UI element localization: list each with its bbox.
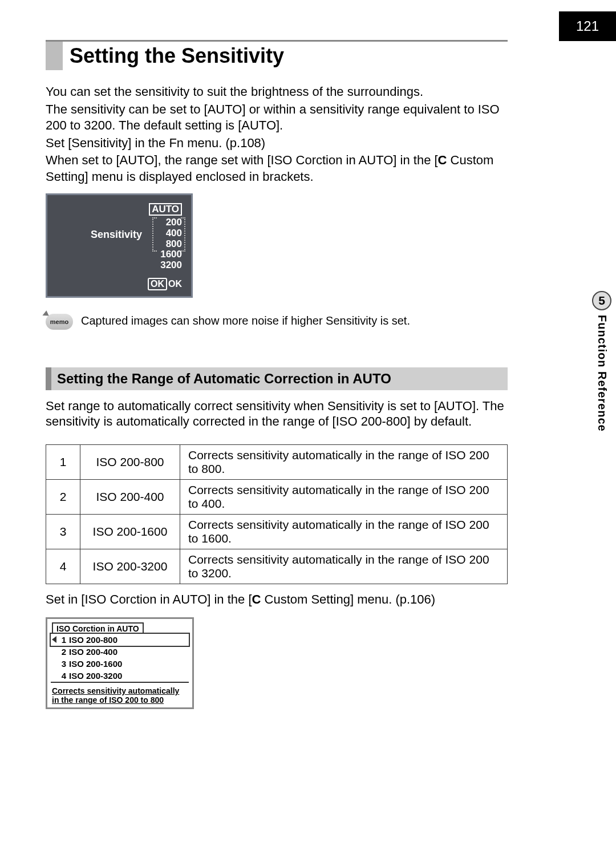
intro-line-4: When set to [AUTO], the range set with [… bbox=[46, 152, 508, 185]
row-desc: Corrects sensitivity automatically in th… bbox=[180, 514, 508, 549]
table-row: 3 ISO 200-1600 Corrects sensitivity auto… bbox=[46, 514, 508, 549]
iso-200: 200 bbox=[153, 217, 182, 228]
memo-row: memo Captured images can show more noise… bbox=[46, 313, 508, 330]
iso-list: AUTO 200 400 800 1600 3200 bbox=[149, 203, 182, 271]
page-number: 121 bbox=[559, 11, 616, 41]
title-accent bbox=[46, 42, 63, 70]
footer-paragraph: Set in [ISO Corction in AUTO] in the [C … bbox=[46, 592, 508, 607]
menu-label: ISO 200-3200 bbox=[69, 671, 122, 681]
page-title: Setting the Sensitivity bbox=[63, 42, 284, 70]
table-row: 1 ISO 200-800 Corrects sensitivity autom… bbox=[46, 444, 508, 479]
row-range: ISO 200-1600 bbox=[80, 514, 180, 549]
menu-items: 1 ISO 200-800 2 ISO 200-400 3 ISO 200-16… bbox=[51, 633, 189, 683]
menu-idx: 4 bbox=[59, 671, 69, 681]
sub-paragraph: Set range to automatically correct sensi… bbox=[46, 398, 508, 430]
menu-description: Corrects sensitivity automatically in th… bbox=[47, 683, 192, 708]
memo-icon: memo bbox=[46, 314, 73, 330]
ok-box-icon: OK bbox=[148, 278, 167, 290]
arrow-left-icon bbox=[52, 636, 56, 643]
intro-line-3: Set [Sensitivity] in the Fn menu. (p.108… bbox=[46, 135, 508, 152]
iso-bracket: 200 400 800 bbox=[153, 217, 182, 249]
sub-heading: Setting the Range of Automatic Correctio… bbox=[46, 367, 508, 390]
foot-c: Custom Setting] menu. (p.106) bbox=[261, 592, 435, 606]
page-title-bar: Setting the Sensitivity bbox=[46, 40, 508, 70]
menu-idx: 1 bbox=[59, 635, 69, 645]
iso-range-table: 1 ISO 200-800 Corrects sensitivity autom… bbox=[46, 444, 508, 584]
menu-tab: ISO Corction in AUTO bbox=[52, 622, 144, 634]
row-index: 2 bbox=[46, 479, 80, 514]
table-row: 4 ISO 200-3200 Corrects sensitivity auto… bbox=[46, 549, 508, 584]
iso-auto: AUTO bbox=[149, 203, 182, 216]
menu-label: ISO 200-400 bbox=[69, 647, 117, 657]
lcd-label: Sensitivity bbox=[56, 203, 149, 241]
page-content: Setting the Sensitivity You can set the … bbox=[0, 0, 559, 709]
row-range: ISO 200-3200 bbox=[80, 549, 180, 584]
custom-c-glyph: C bbox=[252, 592, 261, 606]
menu-item-4: 4 ISO 200-3200 bbox=[51, 670, 189, 682]
menu-item-1: 1 ISO 200-800 bbox=[51, 634, 189, 646]
row-desc: Corrects sensitivity automatically in th… bbox=[180, 479, 508, 514]
intro-line-1: You can set the sensitivity to suit the … bbox=[46, 84, 508, 100]
row-desc: Corrects sensitivity automatically in th… bbox=[180, 444, 508, 479]
row-range: ISO 200-400 bbox=[80, 479, 180, 514]
custom-c-glyph: C bbox=[438, 153, 447, 167]
ok-row: OKOK bbox=[56, 278, 182, 290]
iso-3200: 3200 bbox=[160, 260, 182, 271]
intro-line-2: The sensitivity can be set to [AUTO] or … bbox=[46, 102, 508, 134]
memo-text: Captured images can show more noise if h… bbox=[81, 313, 410, 327]
menu-label: ISO 200-1600 bbox=[69, 659, 122, 669]
menu-idx: 2 bbox=[59, 647, 69, 657]
intro-4a: When set to [AUTO], the range set with [… bbox=[46, 153, 438, 167]
sensitivity-lcd-panel: Sensitivity AUTO 200 400 800 1600 3200 O… bbox=[46, 193, 193, 298]
menu-item-3: 3 ISO 200-1600 bbox=[51, 658, 189, 670]
row-index: 4 bbox=[46, 549, 80, 584]
menu-label: ISO 200-800 bbox=[69, 635, 117, 645]
iso-menu-panel: ISO Corction in AUTO 1 ISO 200-800 2 ISO… bbox=[46, 617, 194, 710]
iso-400: 400 bbox=[153, 228, 182, 239]
row-index: 1 bbox=[46, 444, 80, 479]
iso-800: 800 bbox=[153, 239, 182, 250]
side-tab: 5 Function Reference bbox=[587, 291, 616, 432]
row-desc: Corrects sensitivity automatically in th… bbox=[180, 549, 508, 584]
table-row: 2 ISO 200-400 Corrects sensitivity autom… bbox=[46, 479, 508, 514]
row-index: 3 bbox=[46, 514, 80, 549]
chapter-label: Function Reference bbox=[595, 315, 609, 432]
menu-item-2: 2 ISO 200-400 bbox=[51, 646, 189, 658]
row-range: ISO 200-800 bbox=[80, 444, 180, 479]
foot-a: Set in [ISO Corction in AUTO] in the [ bbox=[46, 592, 252, 606]
chapter-number-badge: 5 bbox=[592, 291, 611, 310]
menu-idx: 3 bbox=[59, 659, 69, 669]
ok-label: OK bbox=[168, 279, 182, 289]
iso-1600: 1600 bbox=[160, 249, 182, 260]
